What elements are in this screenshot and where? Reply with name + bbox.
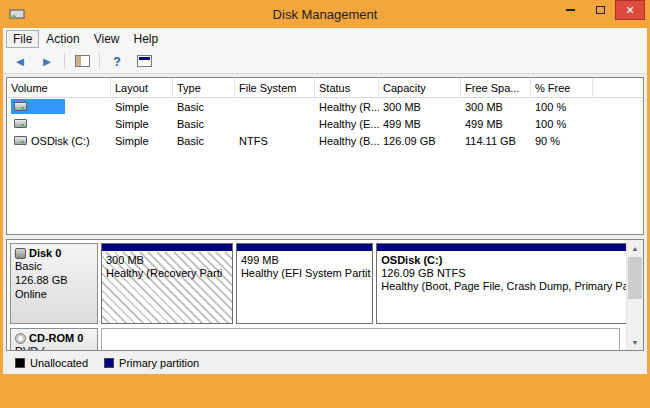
column-header-type[interactable]: Type — [173, 78, 235, 97]
layout-cell: Simple — [111, 101, 173, 113]
cdrom-label-panel[interactable]: CD-ROM 0 DVD ( — [10, 328, 98, 351]
drive-icon — [14, 119, 27, 128]
menu-action[interactable]: Action — [39, 30, 86, 48]
help-icon: ? — [113, 54, 121, 69]
volume-row-efi[interactable]: Simple Basic Healthy (E... 499 MB 499 MB… — [7, 115, 643, 132]
disk0-name-row: Disk 0 — [15, 247, 93, 259]
unallocated-swatch — [15, 358, 25, 368]
column-header-filler — [593, 78, 643, 97]
capacity-cell: 300 MB — [379, 101, 461, 113]
free-space-cell: 114.11 GB — [461, 135, 531, 147]
forward-arrow-icon: ► — [41, 54, 54, 69]
disk0-status: Online — [15, 288, 93, 301]
column-header-capacity[interactable]: Capacity — [379, 78, 461, 97]
partition-recovery[interactable]: 300 MB Healthy (Recovery Parti — [101, 243, 233, 324]
menu-bar: File Action View Help — [3, 28, 647, 49]
column-header-file-system[interactable]: File System — [235, 78, 315, 97]
volume-list-header: Volume Layout Type File System Status Ca… — [7, 78, 643, 98]
disk-icon — [15, 248, 26, 259]
column-header-layout[interactable]: Layout — [111, 78, 173, 97]
close-button[interactable]: ✕ — [615, 0, 645, 20]
capacity-cell: 126.09 GB — [379, 135, 461, 147]
partition-size: 499 MB — [241, 254, 368, 267]
maximize-button[interactable] — [585, 0, 615, 20]
back-button[interactable]: ◄ — [8, 50, 32, 72]
toolbar-separator — [64, 53, 65, 69]
partition-osdisk[interactable]: OSDisk (C:) 126.09 GB NTFS Healthy (Boot… — [376, 243, 639, 324]
column-header-free-space[interactable]: Free Spa... — [461, 78, 531, 97]
partition-color-band — [102, 244, 232, 252]
partition-name: OSDisk (C:) — [381, 254, 634, 267]
minimize-icon — [566, 9, 575, 11]
menu-view[interactable]: View — [87, 30, 127, 48]
minimize-button[interactable] — [555, 0, 585, 20]
maximize-icon — [596, 6, 605, 14]
column-header-pct-free[interactable]: % Free — [531, 78, 593, 97]
disk0-partitions: 300 MB Healthy (Recovery Parti 499 MB He… — [101, 243, 640, 324]
type-cell: Basic — [173, 135, 235, 147]
partition-size: 300 MB — [106, 254, 228, 267]
type-cell: Basic — [173, 118, 235, 130]
scroll-up-icon[interactable]: ▲ — [627, 240, 643, 256]
pct-free-cell: 100 % — [531, 118, 593, 130]
column-header-status[interactable]: Status — [315, 78, 379, 97]
main-area: Volume Layout Type File System Status Ca… — [3, 74, 647, 374]
menu-help[interactable]: Help — [127, 30, 166, 48]
cd-rom-icon — [15, 333, 26, 344]
cdrom-media-area[interactable] — [101, 328, 620, 351]
graphical-view-button[interactable] — [132, 50, 156, 72]
partition-color-band — [237, 244, 372, 252]
disk0-label-panel[interactable]: Disk 0 Basic 126.88 GB Online — [10, 243, 98, 324]
volume-name-cell: OSDisk (C:) — [7, 135, 111, 147]
volume-row-osdisk[interactable]: OSDisk (C:) Simple Basic NTFS Healthy (B… — [7, 132, 643, 149]
file-system-cell: NTFS — [235, 135, 315, 147]
primary-partition-swatch — [104, 358, 114, 368]
window-frame: File Action View Help ◄ ► ? Volume Layou… — [3, 28, 647, 374]
disk0-row: Disk 0 Basic 126.88 GB Online 300 MB Hea… — [10, 243, 620, 324]
volume-row-recovery[interactable]: Simple Basic Healthy (R... 300 MB 300 MB… — [7, 98, 643, 115]
type-cell: Basic — [173, 101, 235, 113]
window-controls: ✕ — [555, 0, 645, 20]
show-console-tree-button[interactable] — [70, 50, 94, 72]
cdrom-row: CD-ROM 0 DVD ( — [10, 328, 620, 351]
volume-list-pane: Volume Layout Type File System Status Ca… — [6, 77, 644, 235]
help-button[interactable]: ? — [105, 50, 129, 72]
close-icon: ✕ — [625, 5, 634, 16]
back-arrow-icon: ◄ — [14, 54, 27, 69]
partition-size: 126.09 GB NTFS — [381, 267, 634, 280]
legend-primary-partition: Primary partition — [104, 357, 199, 369]
disk-management-window: Disk Management ✕ File Action View Help … — [0, 0, 650, 408]
legend-unallocated: Unallocated — [15, 357, 88, 369]
legend-label: Unallocated — [30, 357, 88, 369]
legend-bar: Unallocated Primary partition — [6, 354, 644, 371]
partition-info: OSDisk (C:) 126.09 GB NTFS Healthy (Boot… — [377, 252, 638, 323]
vertical-scrollbar[interactable]: ▲ ▼ — [626, 240, 643, 350]
pct-free-cell: 90 % — [531, 135, 593, 147]
volume-name-cell — [7, 99, 111, 114]
pct-free-cell: 100 % — [531, 101, 593, 113]
column-header-volume[interactable]: Volume — [7, 78, 111, 97]
partition-status: Healthy (Boot, Page File, Crash Dump, Pr… — [381, 280, 634, 293]
titlebar[interactable]: Disk Management ✕ — [0, 0, 650, 28]
toolbar: ◄ ► ? — [3, 49, 647, 74]
status-cell: Healthy (B... — [315, 135, 379, 147]
legend-label: Primary partition — [119, 357, 199, 369]
capacity-cell: 499 MB — [379, 118, 461, 130]
partition-efi[interactable]: 499 MB Healthy (EFI System Partit — [236, 243, 373, 324]
scrollbar-thumb[interactable] — [628, 257, 642, 299]
toolbar-separator — [99, 53, 100, 69]
menu-file[interactable]: File — [6, 30, 39, 48]
drive-icon — [14, 136, 27, 145]
disk0-size: 126.88 GB — [15, 274, 93, 287]
volume-name: OSDisk (C:) — [31, 135, 90, 147]
status-cell: Healthy (E... — [315, 118, 379, 130]
volume-name-cell — [7, 119, 111, 128]
window-title: Disk Management — [0, 7, 650, 22]
forward-button[interactable]: ► — [35, 50, 59, 72]
graphical-view-pane: Disk 0 Basic 126.88 GB Online 300 MB Hea… — [6, 239, 644, 351]
scroll-down-icon[interactable]: ▼ — [627, 334, 643, 350]
drive-icon — [14, 102, 27, 111]
free-space-cell: 300 MB — [461, 101, 531, 113]
free-space-cell: 499 MB — [461, 118, 531, 130]
partition-info: 499 MB Healthy (EFI System Partit — [237, 252, 372, 323]
